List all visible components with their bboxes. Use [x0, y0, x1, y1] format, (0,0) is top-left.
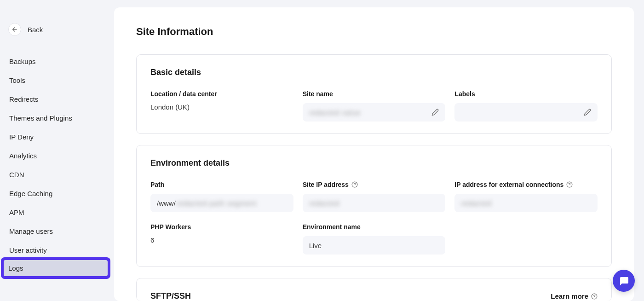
environment-name-label: Environment name — [303, 223, 446, 231]
sidebar-item-ip-deny[interactable]: IP Deny — [4, 128, 110, 146]
environment-name-field: Environment name Live — [303, 223, 446, 255]
basic-details-panel: Basic details Location / data center Lon… — [136, 54, 612, 134]
back-label: Back — [28, 26, 43, 34]
sitename-value: redacted value — [309, 109, 361, 116]
environment-details-title: Environment details — [150, 158, 598, 168]
sitename-field: Site name redacted value — [303, 90, 446, 122]
location-label: Location / data center — [150, 90, 293, 98]
pencil-icon[interactable] — [431, 109, 439, 116]
sftp-ssh-title: SFTP/SSH — [150, 291, 191, 301]
sidebar-item-apm[interactable]: APM — [4, 203, 110, 221]
help-icon[interactable] — [566, 181, 573, 188]
sidebar-item-analytics[interactable]: Analytics — [4, 147, 110, 165]
pencil-icon[interactable] — [584, 109, 591, 116]
sitename-input[interactable]: redacted value — [303, 103, 446, 122]
sidebar-item-edge-caching[interactable]: Edge Caching — [4, 185, 110, 203]
main-content: Site Information Basic details Location … — [114, 0, 644, 301]
sftp-ssh-panel: SFTP/SSH Learn more — [136, 278, 612, 301]
empty-col — [454, 223, 598, 255]
site-ip-value-box[interactable]: redacted — [303, 194, 446, 212]
labels-input[interactable] — [454, 103, 598, 122]
sidebar: Back Backups Tools Redirects Themes and … — [0, 0, 114, 301]
php-workers-value: 6 — [150, 236, 293, 244]
sidebar-item-tools[interactable]: Tools — [4, 71, 110, 89]
labels-label: Labels — [454, 90, 598, 98]
sidebar-item-logs-highlight: Logs — [1, 257, 110, 279]
sidebar-item-user-activity[interactable]: User activity — [4, 241, 110, 259]
path-value: redacted path segment — [177, 199, 257, 207]
environment-name-value-box[interactable]: Live — [303, 236, 446, 255]
chat-fab[interactable] — [613, 270, 635, 292]
path-field: Path /www/ redacted path segment — [150, 181, 293, 212]
site-ip-label: Site IP address — [303, 181, 446, 188]
location-field: Location / data center London (UK) — [150, 90, 293, 122]
page-title: Site Information — [136, 26, 612, 38]
arrow-left-icon — [12, 26, 18, 33]
external-ip-field: IP address for external connections reda… — [454, 181, 598, 212]
external-ip-value-box[interactable]: redacted — [454, 194, 598, 212]
site-ip-value: redacted — [309, 199, 339, 207]
nav-list: Backups Tools Redirects Themes and Plugi… — [4, 52, 110, 279]
external-ip-value: redacted — [461, 199, 491, 207]
sitename-label: Site name — [303, 90, 446, 98]
path-value-box[interactable]: /www/ redacted path segment — [150, 194, 293, 212]
location-value: London (UK) — [150, 103, 293, 111]
back-button[interactable] — [8, 23, 21, 36]
path-label: Path — [150, 181, 293, 188]
environment-details-panel: Environment details Path /www/ redacted … — [136, 145, 612, 267]
environment-name-value: Live — [309, 242, 322, 249]
sidebar-item-cdn[interactable]: CDN — [4, 166, 110, 184]
site-ip-field: Site IP address redacted — [303, 181, 446, 212]
sidebar-item-backups[interactable]: Backups — [4, 52, 110, 70]
php-workers-label: PHP Workers — [150, 223, 293, 231]
sidebar-item-logs[interactable]: Logs — [4, 260, 108, 276]
sidebar-item-redirects[interactable]: Redirects — [4, 90, 110, 108]
help-icon[interactable] — [351, 181, 358, 188]
external-ip-label: IP address for external connections — [454, 181, 598, 188]
labels-field: Labels — [454, 90, 598, 122]
sidebar-item-themes-plugins[interactable]: Themes and Plugins — [4, 109, 110, 127]
back-row: Back — [4, 23, 110, 36]
php-workers-field: PHP Workers 6 — [150, 223, 293, 255]
learn-more-link[interactable]: Learn more — [551, 292, 598, 300]
sidebar-item-manage-users[interactable]: Manage users — [4, 222, 110, 240]
basic-details-title: Basic details — [150, 68, 598, 77]
content-card: Site Information Basic details Location … — [114, 7, 634, 301]
chat-icon — [618, 275, 629, 286]
path-prefix: /www/ — [157, 199, 176, 207]
help-icon — [591, 293, 598, 300]
